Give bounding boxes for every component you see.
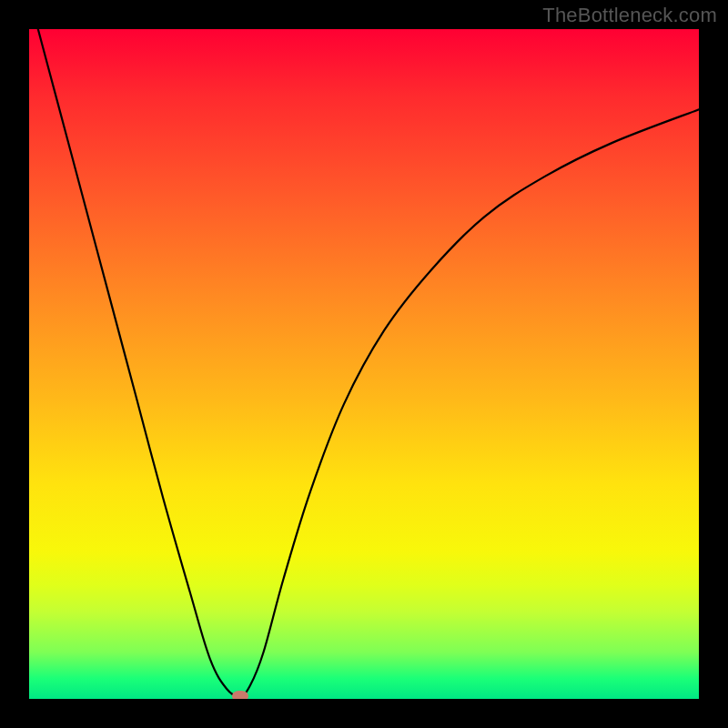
chart-frame: TheBottleneck.com [0, 0, 728, 728]
sweetspot-marker [232, 691, 248, 699]
watermark-text: TheBottleneck.com [542, 4, 717, 27]
bottleneck-curve [29, 29, 699, 699]
plot-area [29, 29, 699, 699]
